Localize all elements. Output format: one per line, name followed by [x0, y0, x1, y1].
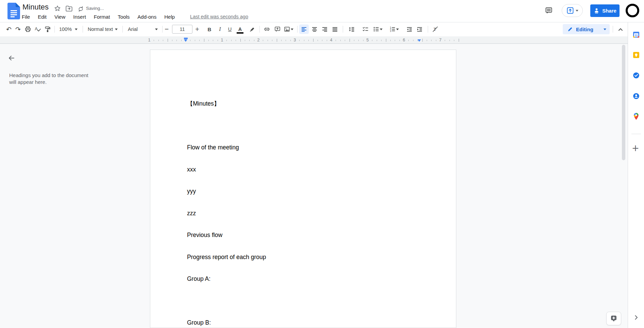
vertical-scrollbar-thumb[interactable]	[622, 45, 625, 160]
text-color-button[interactable]: A	[235, 24, 245, 34]
get-addons-button[interactable]: +	[632, 144, 639, 152]
bulleted-list-button[interactable]	[371, 24, 384, 34]
ruler: 1 1 2 3 4 5 6 7	[0, 36, 628, 44]
insert-image-button[interactable]	[282, 24, 294, 34]
ruler-label: 2	[256, 38, 261, 43]
align-left-button[interactable]	[299, 24, 309, 34]
left-indent-marker[interactable]	[184, 38, 188, 42]
right-indent-marker[interactable]	[418, 39, 421, 42]
folder-move-icon	[65, 5, 73, 12]
editing-mode-select[interactable]: Editing	[563, 24, 610, 34]
close-outline-button[interactable]	[5, 52, 18, 64]
ruler-label: 1	[147, 38, 152, 43]
increase-indent-icon	[416, 26, 423, 33]
bold-button[interactable]: B	[205, 24, 214, 34]
chevron-down-icon	[576, 10, 578, 12]
contacts-icon[interactable]	[632, 92, 640, 100]
svg-text:31: 31	[635, 34, 638, 37]
account-avatar[interactable]	[626, 4, 639, 17]
undo-button[interactable]: ↶	[4, 24, 14, 34]
doc-line: Flow of the meeting	[187, 144, 266, 151]
insert-link-button[interactable]	[262, 24, 272, 34]
workspace-side-panel: 31 +	[628, 22, 644, 328]
increase-indent-button[interactable]	[415, 24, 424, 34]
justify-icon	[332, 26, 338, 33]
decrease-font-size-button[interactable]: −	[163, 24, 171, 34]
menu-edit[interactable]: Edit	[37, 13, 47, 20]
explore-button[interactable]	[606, 312, 621, 325]
comment-icon	[545, 6, 553, 15]
paragraph-style-select[interactable]: Normal text	[85, 24, 120, 34]
justify-button[interactable]	[330, 24, 340, 34]
doc-line: zzz	[187, 210, 266, 217]
menu-tools[interactable]: Tools	[117, 13, 130, 20]
google-docs-app: Minutes Saving... File Edit View	[0, 0, 644, 328]
checklist-button[interactable]	[361, 24, 370, 34]
zoom-select[interactable]: 100%	[56, 24, 80, 34]
decrease-indent-button[interactable]	[405, 24, 414, 34]
decrease-indent-icon	[406, 26, 413, 33]
font-select[interactable]: Arial	[125, 24, 160, 34]
paint-format-button[interactable]	[43, 24, 52, 34]
keep-icon[interactable]	[632, 51, 640, 59]
ruler-label: 3	[293, 38, 297, 43]
hide-menus-button[interactable]	[616, 25, 625, 34]
align-center-button[interactable]	[310, 24, 319, 34]
line-spacing-button[interactable]	[347, 24, 356, 34]
increase-font-size-button[interactable]: +	[193, 24, 201, 34]
font-size-input[interactable]: 11	[172, 25, 192, 34]
redo-button[interactable]: ↷	[13, 24, 23, 34]
chevron-right-icon	[633, 314, 640, 321]
chevron-down-icon	[380, 29, 383, 30]
docs-logo-icon[interactable]	[7, 3, 20, 19]
menu-view[interactable]: View	[54, 13, 66, 20]
add-comment-button[interactable]	[273, 24, 282, 34]
align-right-icon	[321, 26, 328, 33]
open-comment-history-button[interactable]	[543, 5, 554, 16]
menu-addons[interactable]: Add-ons	[137, 13, 157, 20]
move-to-folder-button[interactable]	[65, 4, 73, 13]
style-value: Normal text	[88, 26, 113, 32]
chevron-up-icon	[617, 26, 624, 33]
calendar-icon[interactable]: 31	[632, 31, 640, 38]
doc-line: xxx	[187, 166, 266, 174]
print-button[interactable]	[23, 24, 33, 34]
clear-formatting-button[interactable]: T	[430, 24, 440, 34]
hide-side-panel-button[interactable]	[632, 313, 641, 322]
numbered-list-button[interactable]: 123	[388, 24, 400, 34]
star-button[interactable]	[53, 4, 62, 13]
share-person-icon	[593, 7, 600, 14]
highlight-color-button[interactable]	[248, 24, 257, 34]
meet-present-button[interactable]	[562, 4, 583, 17]
document-text: 【Minutes】 Flow of the meeting xxx yyy zz…	[187, 86, 266, 328]
document-canvas: Headings you add to the document will ap…	[0, 44, 628, 328]
spelling-check-button[interactable]: A	[33, 24, 42, 34]
share-button[interactable]: Share	[590, 4, 620, 17]
zoom-value: 100%	[59, 26, 72, 32]
editing-mode-label: Editing	[576, 26, 600, 32]
menu-help[interactable]: Help	[164, 13, 175, 20]
clear-formatting-icon: T	[432, 26, 439, 33]
document-page[interactable]: 【Minutes】 Flow of the meeting xxx yyy zz…	[150, 50, 456, 328]
italic-button[interactable]: I	[215, 24, 225, 34]
paint-roller-icon	[44, 26, 51, 33]
last-edit-link[interactable]: Last edit was seconds ago	[189, 13, 249, 20]
tasks-icon[interactable]	[632, 72, 640, 79]
doc-line	[187, 122, 266, 130]
menu-format[interactable]: Format	[93, 13, 111, 20]
toolbar-separator	[343, 26, 343, 33]
underline-button[interactable]: U	[225, 24, 235, 34]
toolbar-separator	[54, 26, 55, 33]
menubar: File Edit View Insert Format Tools Add-o…	[21, 13, 249, 21]
maps-icon[interactable]	[632, 112, 640, 121]
outline-hint-text: Headings you add to the document will ap…	[9, 72, 94, 85]
document-title[interactable]: Minutes	[22, 3, 49, 12]
share-label: Share	[602, 8, 616, 14]
menu-file[interactable]: File	[21, 13, 31, 20]
align-right-button[interactable]	[320, 24, 329, 34]
toolbar-separator	[428, 26, 428, 33]
menu-insert[interactable]: Insert	[72, 13, 87, 20]
svg-text:A: A	[35, 26, 38, 31]
toolbar: ↶ ↷ A 100% Nor	[0, 22, 628, 36]
ruler-label: 4	[329, 38, 334, 43]
